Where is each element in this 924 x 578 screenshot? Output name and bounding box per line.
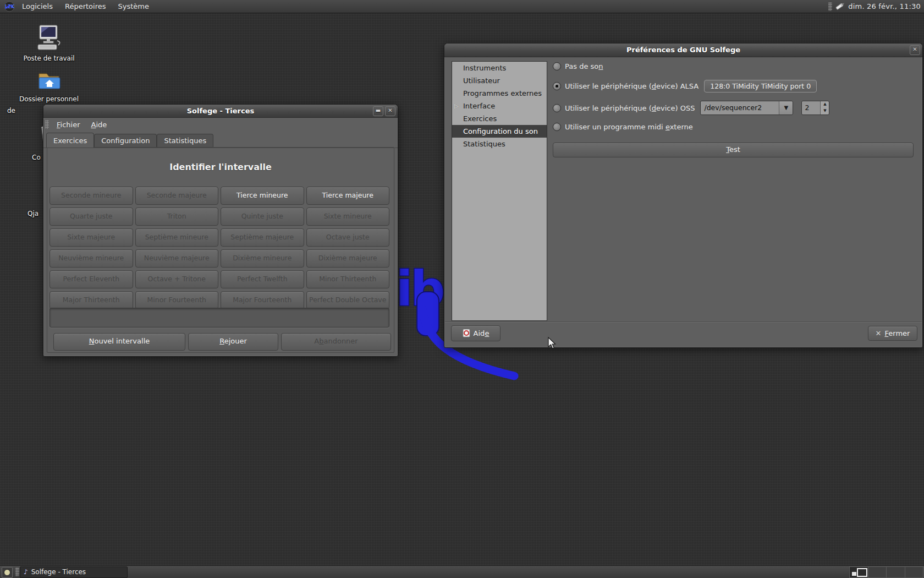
- exercise-page: Identifier l'intervalle Seconde mineureS…: [47, 147, 394, 353]
- action-row: Nouvel intervalleRejouerAbandonner: [53, 333, 391, 351]
- desktop-icon-computer[interactable]: Poste de travail: [6, 24, 92, 62]
- option-alsa[interactable]: Utiliser le périphérique (device) ALSA 1…: [553, 80, 817, 92]
- answer-entry[interactable]: [50, 308, 389, 328]
- action-button[interactable]: Nouvel intervalle: [53, 333, 185, 351]
- workspace-4[interactable]: [905, 567, 923, 577]
- window-title: Solfege - Tierces: [187, 107, 255, 115]
- radio-alsa[interactable]: [553, 82, 561, 90]
- panel-menu-logiciels[interactable]: Logiciels: [16, 0, 59, 13]
- close-button-label: Fermer: [885, 329, 910, 337]
- menu-aide[interactable]: Aide: [86, 119, 112, 130]
- interval-button: Neuvième majeure: [135, 249, 219, 268]
- option-label: Utiliser le périphérique (device) OSS: [565, 104, 695, 112]
- taskbar-grip[interactable]: [15, 568, 19, 576]
- tab-statistiques[interactable]: Statistiques: [157, 134, 213, 148]
- solfege-titlebar[interactable]: Solfege - Tierces ▬ ✕: [43, 105, 398, 118]
- interval-button: Perfect Eleventh: [50, 270, 133, 288]
- oss-port-spinner[interactable]: 2 ▲ ▼: [801, 101, 829, 115]
- menu-fichier[interactable]: Fichier: [52, 119, 85, 130]
- show-desktop-button[interactable]: [2, 567, 13, 578]
- close-icon[interactable]: ✕: [910, 45, 920, 55]
- tab-exercices[interactable]: Exercices: [46, 133, 94, 148]
- spin-down-icon[interactable]: ▼: [821, 108, 829, 114]
- chevron-down-icon[interactable]: ▼: [779, 101, 793, 114]
- sidebar-item-label: Programmes externes: [463, 89, 542, 97]
- interval-button: Septième majeure: [221, 228, 304, 247]
- solfege-tabs: ExercicesConfigurationStatistiques: [43, 131, 398, 148]
- sidebar-item-label: Instruments: [463, 64, 506, 72]
- radio-oss[interactable]: [553, 104, 561, 112]
- mini-window: [852, 572, 856, 576]
- interval-button: Major Fourteenth: [221, 291, 304, 309]
- sidebar-item-label: Interface: [463, 102, 495, 110]
- panel-menu-répertoires[interactable]: Répertoires: [59, 0, 112, 13]
- test-button[interactable]: Test: [553, 143, 914, 157]
- workspace-3[interactable]: [887, 567, 905, 577]
- menubar-grip[interactable]: [45, 120, 49, 129]
- clock[interactable]: dim. 26 févr., 11:30: [846, 2, 924, 10]
- desktop-icon-home[interactable]: Dossier personnel de: [6, 69, 92, 103]
- sidebar-item[interactable]: Exercices: [452, 112, 547, 125]
- option-no-sound[interactable]: Pas de son: [553, 62, 603, 70]
- panel-menu-système[interactable]: Système: [112, 0, 155, 13]
- workspace-2[interactable]: [868, 567, 887, 577]
- sidebar-item-label: Configuration du son: [463, 127, 538, 135]
- sidebar-item[interactable]: ▷Interface: [452, 100, 547, 112]
- option-oss[interactable]: Utiliser le périphérique (device) OSS /d…: [553, 101, 829, 115]
- oss-device-combo[interactable]: /dev/sequencer2 ▼: [700, 101, 793, 115]
- interval-button: Dixième mineure: [221, 249, 304, 268]
- interval-button: Dixième majeure: [306, 249, 390, 268]
- interval-button[interactable]: Tierce majeure: [306, 187, 390, 205]
- interval-button: Perfect Double Octave: [306, 291, 390, 309]
- help-button-label: Aide: [474, 329, 490, 337]
- icon-label: Dossier personnel: [6, 96, 92, 103]
- dialog-separator: [445, 321, 922, 323]
- exercise-heading: Identifier l'intervalle: [47, 162, 394, 172]
- icon-label-line2: de: [7, 107, 15, 114]
- workspace-1[interactable]: [850, 567, 868, 577]
- interval-button: Octave + Tritone: [135, 270, 219, 288]
- panel-grip[interactable]: [828, 2, 832, 11]
- sidebar-item[interactable]: Statistiques: [452, 138, 547, 150]
- interval-button: Septième mineure: [135, 228, 219, 247]
- taskbar-task-solfege[interactable]: ♪ Solfege - Tierces: [20, 566, 128, 578]
- mini-window: [857, 568, 867, 577]
- close-icon[interactable]: ✕: [385, 106, 395, 116]
- sidebar-item[interactable]: Instruments: [452, 62, 547, 74]
- minimize-button[interactable]: ▬: [373, 106, 383, 116]
- mouse-cursor: [548, 337, 557, 350]
- radio-external-midi[interactable]: [553, 123, 561, 131]
- sidebar-item[interactable]: Utilisateur: [452, 74, 547, 87]
- music-note-icon: ♪: [24, 567, 28, 577]
- close-x-icon: ✕: [876, 329, 882, 337]
- spin-up-icon[interactable]: ▲: [821, 101, 829, 108]
- oss-device-value[interactable]: /dev/sequencer2: [701, 101, 779, 114]
- oss-port-value[interactable]: 2: [802, 101, 820, 114]
- interval-button: Sixte mineure: [306, 208, 390, 226]
- close-button[interactable]: ✕ Fermer: [868, 326, 917, 341]
- option-external-midi[interactable]: Utiliser un programme midi externe: [553, 123, 693, 131]
- top-panel: LZK LogicielsRépertoiresSystème dim. 26 …: [0, 0, 924, 13]
- workspace-switcher: [849, 566, 923, 578]
- interval-button: Neuvième mineure: [50, 249, 133, 268]
- preferences-titlebar[interactable]: Préférences de GNU Solfege ✕: [444, 43, 922, 57]
- icon-label: Poste de travail: [6, 55, 92, 62]
- option-label: Utiliser un programme midi externe: [565, 123, 693, 131]
- help-button[interactable]: Aide: [451, 325, 501, 341]
- menu-logo-icon[interactable]: LZK: [3, 1, 16, 12]
- computer-icon: [36, 24, 62, 52]
- expander-icon[interactable]: ▷: [454, 100, 459, 112]
- radio-no-sound[interactable]: [553, 62, 561, 70]
- action-button[interactable]: Rejouer: [188, 333, 278, 351]
- sidebar-item[interactable]: Programmes externes: [452, 87, 547, 100]
- option-label: Utiliser le périphérique (device) ALSA: [565, 82, 698, 90]
- sidebar-item[interactable]: Configuration du son: [452, 125, 547, 138]
- stylus-applet-icon[interactable]: [834, 2, 846, 12]
- sidebar-item-label: Exercices: [463, 114, 497, 123]
- interval-button[interactable]: Tierce mineure: [221, 187, 304, 205]
- interval-button: Quarte juste: [50, 208, 133, 226]
- alsa-device-button[interactable]: 128:0 TiMidity TiMidity port 0: [704, 80, 817, 92]
- tab-configuration[interactable]: Configuration: [94, 134, 157, 148]
- preferences-sidebar: InstrumentsUtilisateurProgrammes externe…: [452, 61, 547, 321]
- interval-button: Sixte majeure: [50, 228, 133, 247]
